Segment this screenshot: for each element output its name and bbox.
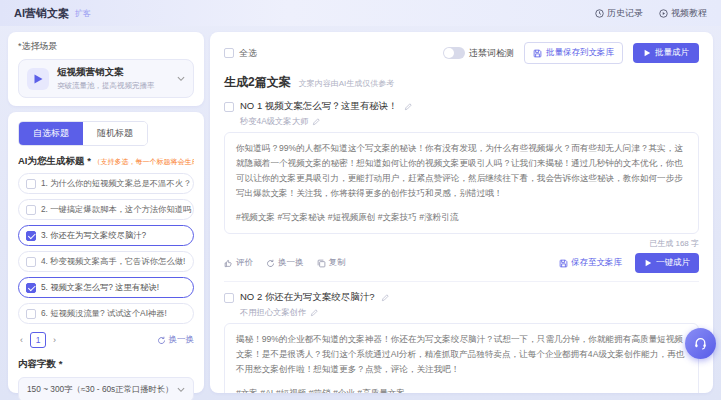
history-link[interactable]: 历史记录 <box>595 7 643 20</box>
play-badge-icon <box>27 68 49 90</box>
batch-save-button[interactable]: 批量保存到文案库 <box>524 42 623 64</box>
tab-random-title[interactable]: 随机标题 <box>83 122 147 145</box>
chevron-down-icon <box>177 76 185 82</box>
copy-button[interactable]: 复制 <box>317 257 346 269</box>
refresh-icon <box>157 336 166 345</box>
scene-selected-desc: 突破流量池，提高视频完播率 <box>57 81 155 91</box>
prev-page-button[interactable]: ‹ <box>18 335 25 345</box>
checkbox-icon[interactable] <box>26 179 36 189</box>
copy-title: NO 1 视频文案怎么写？这里有秘诀！ <box>240 100 398 113</box>
results-toolbar: 全选 违禁词检测 批量保存到文案库 批量成片 <box>224 42 699 64</box>
title-option[interactable]: 4. 秒变视频文案高手，它告诉你怎么做! <box>18 251 194 272</box>
copy-subtitle: 秒变4A级文案大师 <box>240 116 308 127</box>
copy-card-1: NO 1 视频文案怎么写？这里有秘诀！ 秒变4A级文案大师 你知道吗？99%的人… <box>224 100 699 282</box>
title-option[interactable]: 5. 视频文案怎么写? 这里有秘诀! <box>18 277 194 298</box>
title-option[interactable]: 2. 一键搞定爆款脚本，这个方法你知道吗？ <box>18 199 194 220</box>
copy-hashtags: #视频文案 #写文案秘诀 #短视频原创 #文案技巧 #涨粉引流 <box>236 210 687 225</box>
checkbox-checked-icon[interactable] <box>26 231 36 241</box>
app-subtitle: 扩客 <box>75 8 91 19</box>
scene-select[interactable]: 短视频营销文案 突破流量池，提高视频完播率 <box>18 59 194 98</box>
thumbs-up-icon <box>224 259 233 268</box>
word-count-label: 内容字数 * <box>18 358 194 371</box>
save-icon <box>533 49 542 58</box>
play-icon <box>643 49 651 57</box>
save-to-library-button[interactable]: 保存至文案库 <box>559 257 622 269</box>
headset-icon <box>693 336 708 351</box>
generated-titles-hint: （支持多选，每一个标题将会生成一篇文案） <box>93 158 194 165</box>
tab-self-select-title[interactable]: 自选标题 <box>19 122 83 145</box>
refresh-icon <box>266 259 275 268</box>
results-panel: 全选 违禁词检测 批量保存到文案库 批量成片 生成2篇文案 文案内容由AI <box>210 32 713 393</box>
title-option[interactable]: 3. 你还在为写文案绞尽脑汁? <box>18 225 194 246</box>
rate-button[interactable]: 评价 <box>224 257 253 269</box>
checkbox-icon[interactable] <box>26 205 36 215</box>
copy-body: 揭秘！99%的企业都不知道的文案神器！你还在为写文案绞尽脑汁？试想一下，只需几分… <box>224 323 699 393</box>
word-count-generated: 已生成 168 字 <box>224 238 699 249</box>
edit-icon[interactable] <box>404 103 412 111</box>
result-summary: 生成2篇文案 文案内容由AI生成仅供参考 <box>224 74 699 91</box>
clock-icon <box>595 9 604 18</box>
copy-subtitle: 不用担心文案创作 <box>240 307 306 318</box>
chevron-down-icon <box>177 387 185 393</box>
scene-selected-title: 短视频营销文案 <box>57 66 155 79</box>
checkbox-icon[interactable] <box>224 48 234 58</box>
title-mode-tabs: 自选标题 随机标题 <box>18 121 148 146</box>
edit-icon[interactable] <box>312 118 320 126</box>
copy-title: NO 2 你还在为写文案绞尽脑汁? <box>240 291 375 304</box>
select-all-checkbox[interactable]: 全选 <box>224 47 257 60</box>
scene-panel: *选择场景 短视频营销文案 突破流量池，提高视频完播率 <box>8 32 204 106</box>
play-circle-icon <box>659 9 668 18</box>
result-note: 文案内容由AI生成仅供参考 <box>299 78 395 89</box>
title-option[interactable]: 6. 短视频没流量? 试试这个AI神器! <box>18 303 194 324</box>
app-header: AI营销文案 扩客 历史记录 视频教程 <box>0 0 721 26</box>
page-number[interactable]: 1 <box>30 332 46 348</box>
checkbox-icon[interactable] <box>224 102 234 112</box>
checkbox-checked-icon[interactable] <box>26 283 36 293</box>
word-count-select[interactable]: 150 ~ 300字（≈30 - 60s正常口播时长） <box>18 377 194 400</box>
generated-titles-label: AI为您生成标题 * （支持多选，每一个标题将会生成一篇文案） <box>18 155 194 168</box>
toggle-off-icon[interactable] <box>443 47 465 59</box>
support-float-button[interactable] <box>685 328 716 359</box>
checkbox-icon[interactable] <box>224 293 234 303</box>
tutorial-link[interactable]: 视频教程 <box>659 7 707 20</box>
copy-card-2: NO 2 你还在为写文案绞尽脑汁? 不用担心文案创作 揭秘！99%的企业都不知道… <box>224 291 699 393</box>
copy-hashtags: #文案 #AI #短视频 #营销 #企业 #高质量文案 <box>236 386 687 393</box>
copy-icon <box>317 259 326 268</box>
checkbox-icon[interactable] <box>26 257 36 267</box>
banned-word-toggle[interactable]: 违禁词检测 <box>443 47 514 60</box>
edit-icon[interactable] <box>310 309 318 317</box>
scene-label: *选择场景 <box>18 40 194 53</box>
copy-body: 你知道吗？99%的人都不知道这个写文案的秘诀！你有没有发现，为什么有些视频爆火？… <box>224 132 699 234</box>
play-icon <box>644 259 652 267</box>
swap-button[interactable]: 换一换 <box>266 257 304 269</box>
checkbox-icon[interactable] <box>26 309 36 319</box>
pagination: ‹ 1 › 换一换 <box>18 332 194 348</box>
edit-icon[interactable] <box>381 294 389 302</box>
app-title: AI营销文案 <box>14 6 69 21</box>
batch-video-button[interactable]: 批量成片 <box>633 43 699 63</box>
title-option[interactable]: 1. 为什么你的短视频文案总是不温不火？ <box>18 173 194 194</box>
next-page-button[interactable]: › <box>51 335 58 345</box>
save-icon <box>559 259 568 268</box>
title-control-panel: 自选标题 随机标题 AI为您生成标题 * （支持多选，每一个标题将会生成一篇文案… <box>8 112 204 393</box>
make-video-button[interactable]: 一键成片 <box>635 253 699 273</box>
refresh-titles-button[interactable]: 换一换 <box>157 334 195 346</box>
copy-card-actions: 评价 换一换 复制 保存至文案库 <box>224 253 699 282</box>
